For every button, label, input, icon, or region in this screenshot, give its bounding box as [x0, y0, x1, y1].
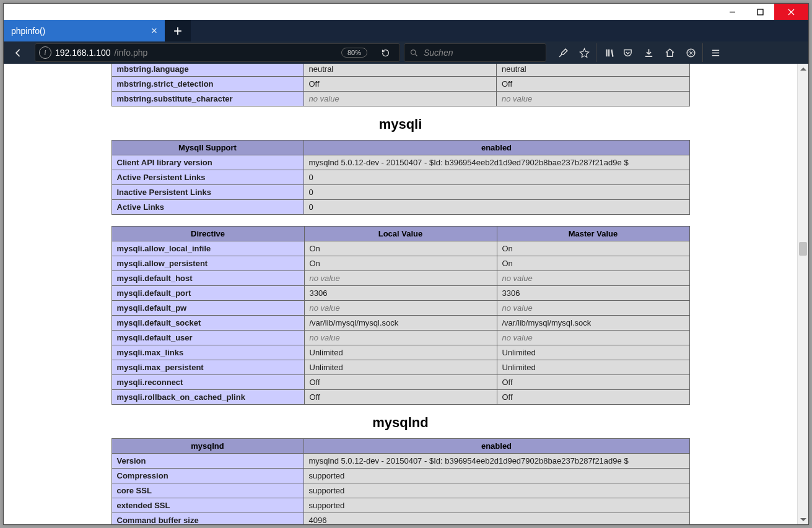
master-value: no value: [497, 92, 690, 106]
local-value: On: [304, 241, 497, 256]
local-value: On: [304, 256, 497, 271]
scroll-up-icon[interactable]: [798, 64, 808, 74]
directive-name: mysqli.max_links: [111, 345, 304, 360]
row-name: Active Persistent Links: [111, 170, 303, 185]
table-row: Active Links0: [111, 200, 689, 215]
local-value: Off: [303, 77, 497, 92]
close-button[interactable]: [774, 4, 808, 20]
master-value: Unlimited: [497, 345, 689, 360]
master-value: On: [497, 241, 689, 256]
directive-name: mysqli.max_persistent: [111, 360, 304, 375]
directive-name: mysqli.rollback_on_cached_plink: [111, 390, 304, 405]
url-bar[interactable]: i 192.168.1.100/info.php 80%: [35, 43, 400, 62]
th-master-value: Master Value: [497, 227, 689, 241]
local-value: no value: [304, 271, 497, 286]
reload-button[interactable]: [375, 43, 396, 62]
svg-point-1: [411, 50, 416, 54]
bookmark-star-icon[interactable]: [574, 43, 595, 62]
table-row: Client API library versionmysqlnd 5.0.12…: [111, 155, 689, 170]
local-value: neutral: [303, 64, 497, 77]
th-local-value: Local Value: [304, 227, 497, 241]
back-button[interactable]: [7, 43, 28, 62]
vertical-scrollbar[interactable]: [797, 64, 808, 524]
tab-strip: phpinfo() × +: [4, 20, 808, 41]
browser-window: phpinfo() × + i 192.168.1.100/info.php 8…: [3, 3, 809, 525]
table-row: mysqli.default_port33063306: [111, 286, 689, 301]
directive-name: mysqli.default_user: [111, 331, 304, 345]
home-icon[interactable]: [659, 43, 680, 62]
directive-name: mbstring.substitute_character: [111, 92, 303, 106]
row-value: supported: [303, 483, 689, 498]
mysqli-directive-table: Directive Local Value Master Value mysql…: [111, 226, 690, 405]
table-row: mysqli.allow_local_infileOnOn: [111, 241, 689, 256]
directive-name: mbstring.language: [111, 64, 303, 77]
th-directive: Directive: [111, 227, 304, 241]
scroll-down-icon[interactable]: [798, 514, 808, 524]
local-value: /var/lib/mysql/mysql.sock: [304, 316, 497, 331]
addon-icon[interactable]: [680, 43, 701, 62]
toolbar: i 192.168.1.100/info.php 80% Suchen: [4, 41, 808, 64]
row-value: supported: [303, 498, 689, 513]
local-value: no value: [304, 331, 497, 345]
row-value: supported: [303, 469, 689, 483]
minimize-button[interactable]: [718, 4, 746, 20]
row-name: extended SSL: [111, 498, 303, 513]
master-value: Off: [497, 77, 690, 92]
zoom-indicator[interactable]: 80%: [341, 48, 367, 58]
local-value: 3306: [304, 286, 497, 301]
url-path: /info.php: [115, 48, 148, 58]
table-row: mbstring.languageneutralneutral: [111, 64, 689, 77]
search-bar[interactable]: Suchen: [404, 43, 546, 62]
row-name: Client API library version: [111, 155, 303, 170]
svg-rect-0: [757, 9, 763, 15]
th-nd-enabled: enabled: [303, 439, 689, 454]
browser-tab[interactable]: phpinfo() ×: [4, 20, 165, 41]
viewport: mbstring.languageneutralneutralmbstring.…: [4, 64, 808, 524]
master-value: no value: [497, 331, 689, 345]
directive-name: mbstring.strict_detection: [111, 77, 303, 92]
master-value: no value: [497, 301, 689, 316]
row-value: mysqlnd 5.0.12-dev - 20150407 - $Id: b39…: [303, 155, 689, 170]
devtools-icon[interactable]: [552, 43, 574, 62]
row-value: 4096: [303, 513, 689, 525]
table-row: mysqli.default_userno valueno value: [111, 331, 689, 345]
table-row: mysqli.max_linksUnlimitedUnlimited: [111, 345, 689, 360]
th-mysqlnd: mysqlnd: [111, 439, 303, 454]
row-name: core SSL: [111, 483, 303, 498]
directive-name: mysqli.allow_local_infile: [111, 241, 304, 256]
scroll-thumb[interactable]: [799, 242, 807, 256]
table-row: mysqli.default_socket/var/lib/mysql/mysq…: [111, 316, 689, 331]
menu-icon[interactable]: [702, 43, 723, 62]
site-info-icon[interactable]: i: [39, 46, 51, 59]
window-controls: [4, 4, 808, 20]
new-tab-button[interactable]: +: [165, 20, 191, 41]
master-value: Off: [497, 390, 689, 405]
row-value: 0: [303, 185, 689, 200]
downloads-icon[interactable]: [638, 43, 659, 62]
pocket-icon[interactable]: [617, 43, 638, 62]
master-value: 3306: [497, 286, 689, 301]
library-icon[interactable]: [596, 43, 617, 62]
local-value: Off: [304, 375, 497, 390]
table-row: mysqli.max_persistentUnlimitedUnlimited: [111, 360, 689, 375]
section-heading-mysqli: mysqli: [111, 116, 690, 132]
th-enabled: enabled: [303, 141, 689, 155]
tab-close-icon[interactable]: ×: [151, 25, 157, 36]
table-row: extended SSLsupported: [111, 498, 689, 513]
table-row: Active Persistent Links0: [111, 170, 689, 185]
master-value: Off: [497, 375, 689, 390]
mysqlnd-support-table: mysqlnd enabled Versionmysqlnd 5.0.12-de…: [111, 438, 690, 524]
table-row: Compressionsupported: [111, 469, 689, 483]
row-value: 0: [303, 200, 689, 215]
maximize-button[interactable]: [746, 4, 774, 20]
table-row: mbstring.substitute_characterno valueno …: [111, 92, 689, 106]
master-value: On: [497, 256, 689, 271]
table-row: Versionmysqlnd 5.0.12-dev - 20150407 - $…: [111, 454, 689, 469]
directive-name: mysqli.default_pw: [111, 301, 304, 316]
table-row: mysqli.allow_persistentOnOn: [111, 256, 689, 271]
mbstring-table-tail: mbstring.languageneutralneutralmbstring.…: [111, 64, 690, 106]
master-value: neutral: [497, 64, 690, 77]
tab-title: phpinfo(): [11, 26, 146, 36]
toolbar-right: [552, 43, 723, 62]
local-value: no value: [304, 301, 497, 316]
